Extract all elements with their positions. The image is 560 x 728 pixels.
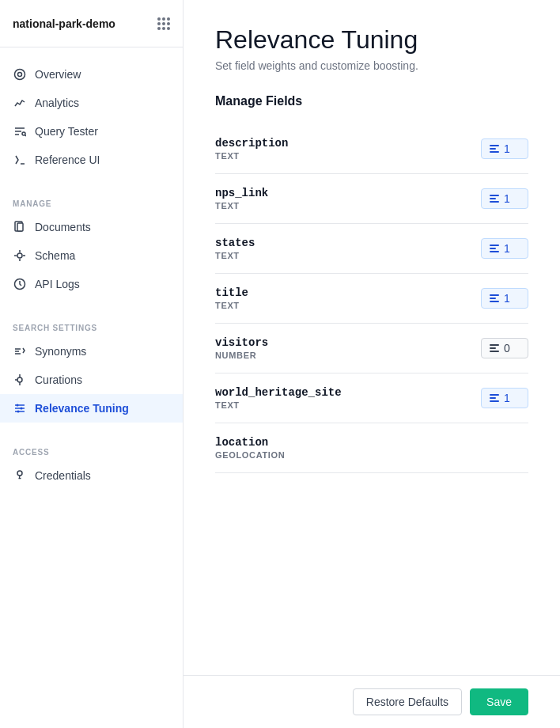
field-info: visitors NUMBER — [215, 336, 481, 360]
curations-icon — [13, 373, 27, 387]
field-name: world_heritage_site — [215, 386, 481, 399]
field-type: GEOLOCATION — [215, 450, 528, 460]
field-type: TEXT — [215, 301, 481, 310]
query-tester-icon — [13, 124, 27, 138]
sidebar-item-label: API Logs — [35, 278, 80, 290]
slider-icon — [490, 195, 499, 203]
field-row: states TEXT 1 — [215, 224, 528, 274]
field-weight: 0 — [481, 338, 528, 358]
sidebar-item-documents[interactable]: Documents — [0, 213, 183, 241]
svg-point-17 — [17, 411, 20, 413]
main-content: Relevance Tuning Set field weights and c… — [184, 0, 560, 675]
weight-badge[interactable]: 1 — [481, 188, 528, 209]
weight-value: 0 — [504, 342, 510, 355]
field-name: visitors — [215, 336, 481, 349]
field-info: location GEOLOCATION — [215, 436, 528, 460]
sidebar-item-label: Reference UI — [35, 154, 100, 166]
manage-fields-title: Manage Fields — [215, 94, 528, 108]
svg-rect-5 — [17, 223, 23, 231]
weight-badge[interactable]: 0 — [481, 338, 528, 358]
sidebar-item-label: Documents — [35, 221, 91, 233]
sidebar-item-label: Overview — [35, 68, 81, 81]
sidebar-item-label: Credentials — [35, 469, 91, 482]
manage-section-label: MANAGE — [0, 193, 183, 213]
weight-badge[interactable]: 1 — [481, 388, 528, 408]
field-name: states — [215, 237, 481, 249]
field-weight: 1 — [481, 188, 528, 209]
svg-point-1 — [18, 73, 22, 77]
svg-point-15 — [17, 404, 19, 407]
field-weight: 1 — [481, 138, 528, 159]
restore-defaults-button[interactable]: Restore Defaults — [353, 688, 462, 715]
field-info: nps_link TEXT — [215, 187, 481, 210]
weight-value: 1 — [504, 242, 510, 255]
field-weight: 1 — [481, 288, 528, 309]
weight-value: 1 — [504, 392, 510, 404]
reference-ui-icon — [13, 153, 27, 167]
slider-icon — [490, 294, 499, 302]
svg-line-3 — [25, 135, 26, 136]
weight-badge[interactable]: 1 — [481, 138, 528, 159]
svg-point-0 — [15, 70, 25, 80]
sidebar-item-curations[interactable]: Curations — [0, 366, 183, 394]
sidebar-item-label: Query Tester — [35, 125, 98, 138]
fields-list: description TEXT 1 nps_link TEXT — [215, 124, 528, 473]
sidebar-item-reference-ui[interactable]: Reference UI — [0, 146, 183, 174]
access-section-label: ACCESS — [0, 442, 183, 461]
sidebar-item-label: Relevance Tuning — [35, 402, 129, 415]
grid-icon[interactable] — [157, 17, 170, 30]
weight-value: 1 — [504, 142, 510, 155]
page-title: Relevance Tuning — [215, 25, 528, 55]
field-type: TEXT — [215, 151, 481, 161]
app-name: national-park-demo — [13, 17, 115, 30]
svg-point-6 — [17, 253, 22, 258]
sidebar-item-query-tester[interactable]: Query Tester — [0, 117, 183, 146]
slider-icon — [490, 344, 499, 352]
field-type: TEXT — [215, 400, 481, 410]
weight-value: 1 — [504, 292, 510, 305]
sidebar-item-synonyms[interactable]: Synonyms — [0, 337, 183, 366]
sidebar-item-analytics[interactable]: Analytics — [0, 89, 183, 117]
field-row: title TEXT 1 — [215, 274, 528, 324]
sidebar-item-relevance-tuning[interactable]: Relevance Tuning — [0, 394, 183, 423]
relevance-tuning-icon — [13, 401, 27, 415]
sidebar-header: national-park-demo — [0, 0, 183, 47]
svg-point-11 — [17, 377, 22, 382]
field-weight: 1 — [481, 238, 528, 259]
sidebar-item-credentials[interactable]: Credentials — [0, 461, 183, 490]
manage-nav: MANAGE Documents Schema — [0, 180, 183, 305]
sidebar-item-overview[interactable]: Overview — [0, 60, 183, 89]
svg-point-16 — [21, 408, 23, 410]
field-info: world_heritage_site TEXT — [215, 386, 481, 410]
weight-badge[interactable]: 1 — [481, 288, 528, 309]
svg-point-2 — [22, 132, 25, 135]
credentials-icon — [13, 468, 27, 483]
weight-badge[interactable]: 1 — [481, 238, 528, 259]
field-name: description — [215, 137, 481, 150]
field-row: visitors NUMBER 0 — [215, 324, 528, 373]
main-area: Relevance Tuning Set field weights and c… — [184, 0, 560, 728]
documents-icon — [13, 220, 27, 234]
sidebar-item-label: Curations — [35, 373, 82, 386]
sidebar-item-api-logs[interactable]: API Logs — [0, 270, 183, 298]
save-button[interactable]: Save — [470, 688, 528, 715]
search-settings-label: SEARCH SETTINGS — [0, 317, 183, 337]
field-info: states TEXT — [215, 237, 481, 260]
slider-icon — [490, 394, 499, 402]
field-weight: 1 — [481, 388, 528, 408]
field-row: nps_link TEXT 1 — [215, 174, 528, 224]
page-subtitle: Set field weights and customize boosting… — [215, 59, 528, 72]
main-nav: Overview Analytics Query Tester — [0, 47, 183, 180]
sidebar-item-label: Schema — [35, 249, 75, 262]
sidebar: national-park-demo Overview Analytics — [0, 0, 184, 728]
sidebar-item-schema[interactable]: Schema — [0, 241, 183, 270]
field-name: nps_link — [215, 187, 481, 199]
field-type: TEXT — [215, 201, 481, 210]
analytics-icon — [13, 96, 27, 110]
field-name: location — [215, 436, 528, 449]
sidebar-item-label: Analytics — [35, 97, 79, 109]
field-type: NUMBER — [215, 351, 481, 360]
api-logs-icon — [13, 277, 27, 291]
field-row: description TEXT 1 — [215, 124, 528, 174]
search-settings-nav: SEARCH SETTINGS Synonyms Curations — [0, 305, 183, 429]
